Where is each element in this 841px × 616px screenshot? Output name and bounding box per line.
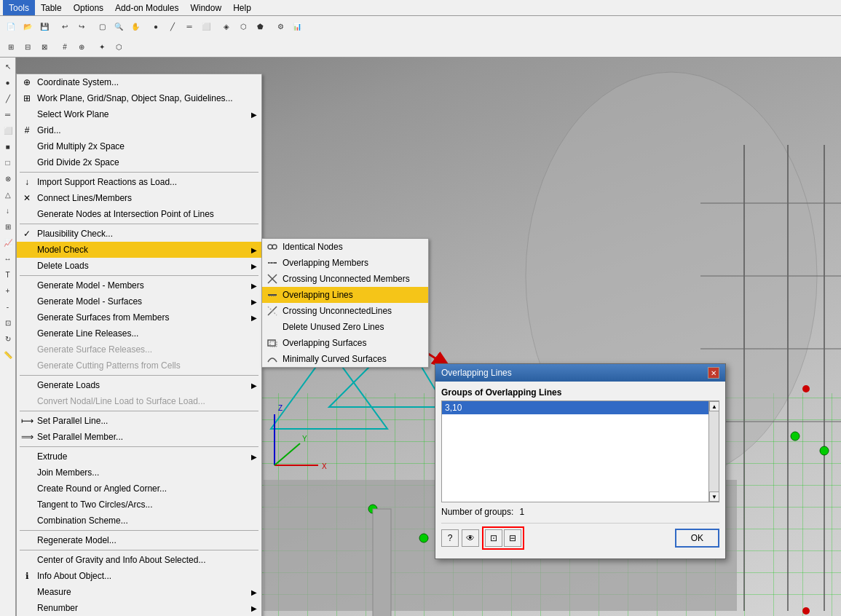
menu-grid-divide[interactable]: Grid Divide 2x Space [17, 154, 261, 170]
tb-member[interactable]: ═ [181, 18, 197, 34]
menu-generate-model-surfaces[interactable]: Generate Model - Surfaces ▶ [17, 293, 261, 309]
tb-node[interactable]: ● [148, 18, 164, 34]
sidebar-fit[interactable]: ⊡ [1, 315, 15, 330]
tb-line[interactable]: ╱ [165, 18, 181, 34]
submenu-overlapping-members[interactable]: Overlapping Members [262, 255, 428, 271]
submenu-delete-unused-zero-lines[interactable]: Delete Unused Zero Lines [262, 319, 428, 335]
tb-snap[interactable]: ⊕ [74, 39, 90, 55]
submenu-crossing-unconnected-lines[interactable]: Crossing Unconnected Lines [262, 303, 428, 319]
dialog-listbox[interactable]: 3,10 ▲ ▼ [441, 400, 719, 502]
submenu-overlapping-lines[interactable]: Overlapping Lines [262, 287, 428, 303]
menu-table[interactable]: Table [35, 0, 68, 15]
sidebar-load[interactable]: ↓ [1, 203, 15, 218]
sidebar-measure[interactable]: 📏 [1, 347, 15, 362]
tb-xray[interactable]: ✦ [94, 39, 110, 55]
tb-view1[interactable]: ⊞ [3, 39, 19, 55]
menu-grid-multiply[interactable]: Grid Multiply 2x Space [17, 138, 261, 154]
dialog-highlight-button[interactable]: ⊟ [504, 529, 521, 547]
menu-set-parallel-line[interactable]: ⟼ Set Parallel Line... [17, 413, 261, 429]
menu-extrude[interactable]: Extrude ▶ [17, 449, 261, 465]
menu-measure[interactable]: Measure ▶ [17, 584, 261, 600]
menu-join-members[interactable]: Join Members... [17, 465, 261, 481]
scrollbar-down-button[interactable]: ▼ [709, 491, 719, 502]
tb-save[interactable]: 💾 [36, 18, 52, 34]
menu-coordinate-system[interactable]: ⊕ Coordinate System... [17, 74, 261, 90]
menu-generate-cutting-patterns[interactable]: Generate Cutting Patterns from Cells [17, 358, 261, 374]
sidebar-opening[interactable]: □ [1, 155, 15, 170]
menu-generate-surface-releases[interactable]: Generate Surface Releases... [17, 341, 261, 358]
tb-select[interactable]: ▢ [94, 18, 110, 34]
menu-delete-loads[interactable]: Delete Loads ▶ [17, 258, 261, 274]
menu-tangent[interactable]: Tangent to Two Circles/Arcs... [17, 497, 261, 513]
menu-connect-lines[interactable]: ✕ Connect Lines/Members [17, 190, 261, 206]
tb-redo[interactable]: ↪ [74, 18, 90, 34]
sidebar-surface[interactable]: ⬜ [1, 123, 15, 138]
tb-pan[interactable]: ✋ [127, 18, 143, 34]
menu-model-check[interactable]: Model Check ▶ [17, 242, 261, 258]
viewport[interactable]: Z X Y ⊕ Coordinate System... ⊞ [16, 58, 841, 616]
sidebar-support[interactable]: △ [1, 187, 15, 202]
menu-plausibility[interactable]: ✓ Plausibility Check... [17, 226, 261, 242]
menu-addon[interactable]: Add-on Modules [109, 0, 184, 15]
menu-generate-loads[interactable]: Generate Loads ▶ [17, 377, 261, 393]
menu-generate-nodes[interactable]: Generate Nodes at Intersection Point of … [17, 206, 261, 222]
tb-view2[interactable]: ⊟ [20, 39, 36, 55]
submenu-minimally-curved[interactable]: Minimally Curved Surfaces [262, 351, 428, 367]
sidebar-dimension[interactable]: ↔ [1, 251, 15, 266]
tb-open[interactable]: 📂 [20, 18, 36, 34]
submenu-crossing-unconnected-members[interactable]: Crossing Unconnected Members [262, 271, 428, 287]
sidebar-solid[interactable]: ■ [1, 139, 15, 154]
tb-zoom[interactable]: 🔍 [111, 18, 127, 34]
menu-create-corner[interactable]: Create Round or Angled Corner... [17, 481, 261, 497]
tb-undo[interactable]: ↩ [57, 18, 73, 34]
tb-grid[interactable]: # [57, 39, 73, 55]
sidebar-result[interactable]: 📈 [1, 235, 15, 250]
menu-help[interactable]: Help [227, 0, 257, 15]
tb-wireframe[interactable]: ⬟ [252, 18, 268, 34]
tb-calc[interactable]: ⚙ [272, 18, 288, 34]
sidebar-pointer[interactable]: ↖ [1, 59, 15, 74]
menu-generate-model-members[interactable]: Generate Model - Members ▶ [17, 277, 261, 293]
menu-grid[interactable]: # Grid... [17, 122, 261, 138]
listbox-item-1[interactable]: 3,10 [442, 401, 719, 414]
submenu-identical-nodes[interactable]: Identical Nodes [262, 239, 428, 255]
menu-regenerate-model[interactable]: Regenerate Model... [17, 532, 261, 548]
sidebar-line[interactable]: ╱ [1, 91, 15, 106]
menu-work-plane[interactable]: ⊞ Work Plane, Grid/Snap, Object Snap, Gu… [17, 90, 261, 106]
ok-button[interactable]: OK [675, 529, 719, 548]
tb-3d[interactable]: ⬡ [235, 18, 251, 34]
sidebar-zoom-out[interactable]: - [1, 299, 15, 314]
dialog-eye-button[interactable]: 👁 [462, 529, 479, 547]
menu-options[interactable]: Options [68, 0, 109, 15]
tb-iso[interactable]: ⬡ [111, 39, 127, 55]
scrollbar-track[interactable] [709, 411, 719, 491]
dialog-help-button[interactable]: ? [441, 529, 459, 547]
dialog-close-button[interactable]: ✕ [708, 367, 719, 379]
sidebar-zoom-in[interactable]: + [1, 283, 15, 298]
menu-convert-load[interactable]: Convert Nodal/Line Load to Surface Load.… [17, 393, 261, 409]
menu-window[interactable]: Window [184, 0, 227, 15]
menu-set-parallel-member[interactable]: ⟹ Set Parallel Member... [17, 429, 261, 445]
dialog-select-button[interactable]: ⊡ [485, 529, 502, 547]
sidebar-member[interactable]: ═ [1, 107, 15, 122]
menu-generate-line-releases[interactable]: Generate Line Releases... [17, 325, 261, 341]
sidebar-text[interactable]: T [1, 267, 15, 282]
menu-tools[interactable]: Tools [3, 0, 35, 15]
menu-generate-surfaces-members[interactable]: Generate Surfaces from Members ▶ [17, 309, 261, 325]
menu-info-object[interactable]: ℹ Info About Object... [17, 568, 261, 584]
submenu-overlapping-surfaces[interactable]: Overlapping Surfaces [262, 335, 428, 351]
menu-renumber[interactable]: Renumber ▶ [17, 600, 261, 616]
scrollbar-up-button[interactable]: ▲ [709, 401, 719, 411]
tb-new[interactable]: 📄 [3, 18, 19, 34]
tb-results[interactable]: 📊 [289, 18, 305, 34]
menu-import-support[interactable]: ↓ Import Support Reactions as Load... [17, 174, 261, 190]
tb-render[interactable]: ◈ [218, 18, 234, 34]
tb-surface[interactable]: ⬜ [198, 18, 214, 34]
sidebar-constraint[interactable]: ⊗ [1, 171, 15, 186]
tb-view3[interactable]: ⊠ [36, 39, 52, 55]
sidebar-rotate[interactable]: ↻ [1, 331, 15, 346]
sidebar-node[interactable]: ● [1, 75, 15, 90]
menu-center-gravity[interactable]: Center of Gravity and Info About Selecte… [17, 552, 261, 568]
menu-select-work-plane[interactable]: Select Work Plane ▶ [17, 106, 261, 122]
sidebar-loadcase[interactable]: ⊞ [1, 219, 15, 234]
